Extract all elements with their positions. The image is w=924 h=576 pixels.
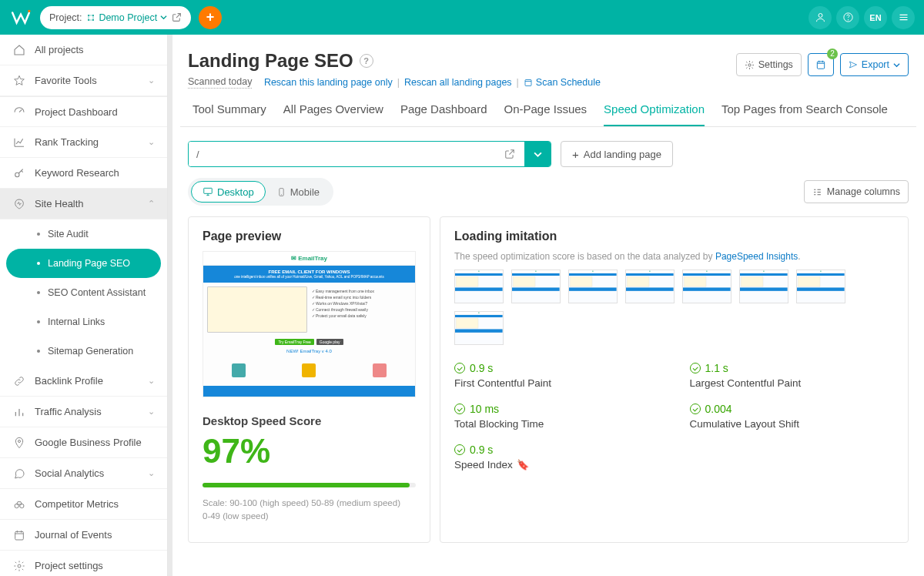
tabs: Tool Summary All Pages Overview Page Das… xyxy=(180,95,916,127)
sidebar-traffic-analysis[interactable]: Traffic Analysis ⌄ xyxy=(0,397,167,427)
url-dropdown-button[interactable] xyxy=(524,142,551,166)
page-preview-thumbnail: ✉ EmailTray FREE EMAIL CLIENT FOR WINDOW… xyxy=(203,251,416,397)
loading-note: The speed optimization score is based on… xyxy=(454,251,894,262)
check-icon xyxy=(454,444,465,455)
open-external-icon[interactable] xyxy=(172,12,182,22)
export-button[interactable]: Export xyxy=(840,53,909,76)
sidebar-rank-tracking[interactable]: Rank Tracking ⌄ xyxy=(0,127,167,158)
check-icon xyxy=(690,404,701,414)
sidebar-all-projects[interactable]: All projects xyxy=(0,35,167,65)
loading-frames: ✉ ✉ ✉ ✉ ✉ ✉ ✉ ✉ xyxy=(454,270,894,345)
app-logo[interactable] xyxy=(9,6,32,29)
tab-on-page-issues[interactable]: On-Page Issues xyxy=(504,102,588,126)
rescan-page-link[interactable]: Rescan this landing page only xyxy=(264,77,393,88)
project-name: Demo Project xyxy=(86,12,167,23)
metric-tbt: 10 ms Total Blocking Time xyxy=(454,403,659,430)
tab-tool-summary[interactable]: Tool Summary xyxy=(192,102,266,126)
sidebar-seo-content-assistant[interactable]: SEO Content Assistant xyxy=(0,278,167,307)
sidebar-landing-page-seo[interactable]: Landing Page SEO xyxy=(6,249,161,278)
star-icon xyxy=(12,74,26,88)
check-icon xyxy=(454,363,465,373)
device-desktop-button[interactable]: Desktop xyxy=(191,181,266,203)
top-bar: Project: Demo Project + EN xyxy=(0,0,924,35)
rescan-all-link[interactable]: Rescan all landing pages xyxy=(404,77,512,88)
svg-point-19 xyxy=(281,194,282,195)
pagespeed-link[interactable]: PageSpeed Insights xyxy=(715,251,798,262)
tab-all-pages[interactable]: All Pages Overview xyxy=(283,102,383,126)
svg-point-8 xyxy=(15,172,19,176)
calendar-icon xyxy=(12,528,26,542)
sidebar-internal-links[interactable]: Internal Links xyxy=(0,307,167,337)
loading-frame: ✉ xyxy=(511,270,561,303)
loading-frame: ✉ xyxy=(568,270,618,303)
loading-frame: ✉ xyxy=(454,311,504,345)
chevron-down-icon: ⌄ xyxy=(148,468,155,478)
tab-top-pages[interactable]: Top Pages from Search Console xyxy=(721,102,888,126)
landing-page-url-selector xyxy=(188,141,551,167)
loading-frame: ✉ xyxy=(682,270,732,303)
sidebar-google-business[interactable]: Google Business Profile xyxy=(0,427,167,458)
link-icon xyxy=(12,374,26,388)
home-icon xyxy=(12,43,26,57)
sidebar-social-analytics[interactable]: Social Analytics ⌄ xyxy=(0,458,167,489)
svg-rect-16 xyxy=(525,80,531,86)
sidebar-favorite-tools[interactable]: Favorite Tools ⌄ xyxy=(0,65,167,96)
chevron-down-icon: ⌄ xyxy=(148,376,155,386)
chart-line-icon xyxy=(12,136,26,149)
page-preview-title: Page preview xyxy=(203,229,416,243)
speed-score-value: 97% xyxy=(203,432,416,471)
menu-icon[interactable] xyxy=(892,6,915,29)
tab-page-dashboard[interactable]: Page Dashboard xyxy=(400,102,487,126)
metric-speed-index: 0.9 s Speed Index 🔖 xyxy=(454,444,659,471)
page-header-actions: Settings 2 Export xyxy=(736,53,909,76)
scanned-status: Scanned today xyxy=(188,76,252,89)
svg-rect-15 xyxy=(817,62,824,69)
loading-imitation-panel: Loading imitation The speed optimization… xyxy=(440,216,909,543)
project-label: Project: xyxy=(49,12,82,23)
sidebar-competitor-metrics[interactable]: Competitor Metrics xyxy=(0,489,167,520)
sidebar-journal[interactable]: Journal of Events xyxy=(0,520,167,551)
gear-icon xyxy=(12,559,26,573)
svg-point-7 xyxy=(847,19,848,20)
binoculars-icon xyxy=(12,497,26,511)
bars-icon xyxy=(12,405,26,419)
svg-rect-17 xyxy=(204,188,213,193)
project-selector[interactable]: Project: Demo Project xyxy=(40,6,191,29)
landing-page-url-input[interactable] xyxy=(189,142,495,166)
sidebar-site-health[interactable]: Site Health ⌃ xyxy=(0,189,167,219)
page-preview-panel: Page preview ✉ EmailTray FREE EMAIL CLIE… xyxy=(188,216,430,543)
check-icon xyxy=(454,404,465,414)
settings-button[interactable]: Settings xyxy=(736,53,802,76)
top-right-actions: EN xyxy=(808,6,915,29)
loading-frame: ✉ xyxy=(625,270,675,303)
device-mobile-button[interactable]: Mobile xyxy=(266,181,330,203)
sidebar-backlink-profile[interactable]: Backlink Profile ⌄ xyxy=(0,366,167,397)
core-web-vitals: 0.9 s First Contentful Paint 1.1 s Large… xyxy=(454,362,894,471)
sidebar: All projects Favorite Tools ⌄ Project Da… xyxy=(0,35,168,576)
svg-point-14 xyxy=(748,63,751,65)
tab-speed-optimization[interactable]: Speed Optimization xyxy=(604,102,705,126)
sidebar-sitemap-generation[interactable]: Sitemap Generation xyxy=(0,337,167,366)
sidebar-keyword-research[interactable]: Keyword Research xyxy=(0,158,167,189)
manage-columns-button[interactable]: Manage columns xyxy=(804,180,909,203)
calendar-button[interactable]: 2 xyxy=(808,53,834,76)
sidebar-site-audit[interactable]: Site Audit xyxy=(0,219,167,249)
add-project-button[interactable]: + xyxy=(199,6,222,29)
sidebar-project-dashboard[interactable]: Project Dashboard xyxy=(0,96,167,127)
help-icon[interactable]: ? xyxy=(360,54,373,68)
content-area: Settings 2 Export Landing Page SEO ? Sca… xyxy=(168,35,924,576)
sidebar-project-settings[interactable]: Project settings xyxy=(0,551,167,576)
bookmark-icon: 🔖 xyxy=(517,459,529,471)
help-icon[interactable] xyxy=(836,6,859,29)
add-landing-page-button[interactable]: + Add landing page xyxy=(561,141,673,167)
chevron-down-icon: ⌄ xyxy=(148,75,155,85)
language-button[interactable]: EN xyxy=(864,6,887,29)
scan-schedule-link[interactable]: Scan Schedule xyxy=(524,77,601,88)
open-url-icon[interactable] xyxy=(495,142,524,166)
notification-badge: 2 xyxy=(827,49,838,59)
account-icon[interactable] xyxy=(808,6,832,29)
chevron-down-icon: ⌄ xyxy=(148,407,155,417)
key-icon xyxy=(12,166,26,180)
metric-cls: 0.004 Cumulative Layout Shift xyxy=(690,403,895,430)
svg-point-0 xyxy=(28,9,30,12)
